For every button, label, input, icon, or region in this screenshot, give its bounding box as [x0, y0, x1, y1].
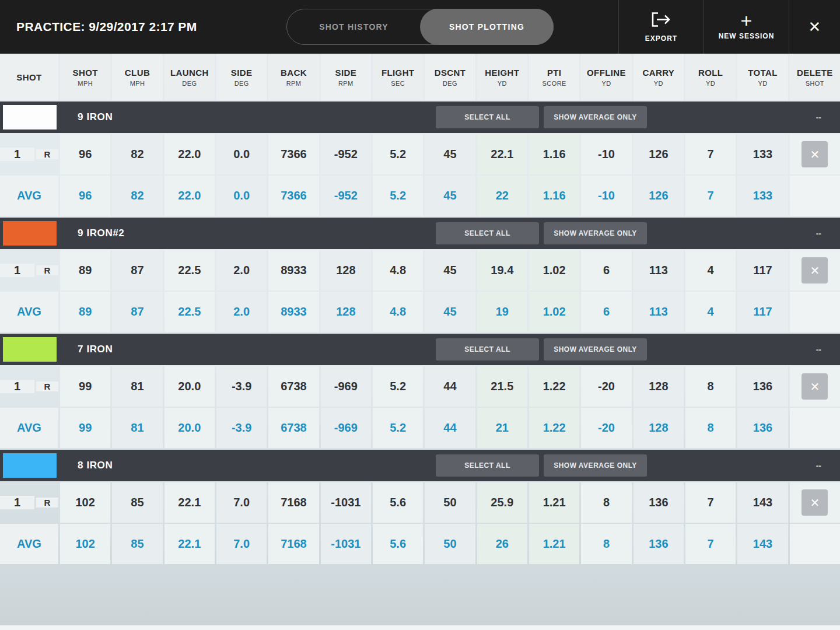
average-value-cell: 8 — [685, 408, 736, 448]
column-header-height-yd: HEIGHTYD — [477, 54, 527, 100]
average-value-cell: 20.0 — [164, 408, 215, 448]
select-all-button[interactable]: SELECT ALL — [436, 106, 539, 128]
shot-value-cell: 1.02 — [529, 250, 579, 290]
average-value-cell: -3.9 — [216, 408, 267, 448]
column-unit: SHOT — [806, 80, 824, 87]
section-collapse-control[interactable]: -- — [816, 461, 821, 470]
average-value-cell: 133 — [737, 176, 788, 216]
shot-value-cell: 0.0 — [216, 134, 267, 174]
new-session-button[interactable]: + NEW SESSION — [704, 0, 789, 54]
average-value-cell: 89 — [60, 292, 110, 332]
shot-hand: R — [44, 265, 51, 275]
delete-shot-button[interactable]: ✕ — [802, 141, 828, 167]
close-button[interactable]: ✕ — [789, 0, 840, 54]
average-value-cell: 7366 — [268, 176, 318, 216]
average-value-cell: 5.6 — [373, 524, 423, 564]
average-row: AVG968222.00.07366-9525.245221.16-101267… — [0, 176, 840, 216]
tab-shot-history[interactable]: SHOT HISTORY — [287, 9, 421, 44]
average-value-cell: 22 — [477, 176, 527, 216]
section-header-8-iron: 8 IRONSELECT ALLSHOW AVERAGE ONLY-- — [0, 450, 840, 481]
average-value-cell: 143 — [737, 524, 788, 564]
column-unit: SEC — [391, 80, 405, 87]
select-all-button[interactable]: SELECT ALL — [436, 222, 539, 244]
average-value-cell: 22.5 — [164, 292, 215, 332]
club-color-swatch — [3, 337, 57, 362]
select-all-button[interactable]: SELECT ALL — [436, 338, 539, 360]
column-label: TOTAL — [748, 68, 778, 78]
shot-hand-cell: R — [36, 265, 58, 275]
average-delete-placeholder — [790, 408, 840, 448]
club-name: 8 IRON — [78, 460, 113, 471]
shot-id-cell: 1R — [0, 250, 58, 290]
average-label: AVG — [0, 408, 58, 448]
delete-shot-button[interactable]: ✕ — [802, 373, 828, 400]
table-header-row: SHOTSHOTMPHCLUBMPHLAUNCHDEGSIDEDEGBACKRP… — [0, 54, 840, 100]
shot-id-cell: 1R — [0, 134, 58, 174]
shot-data-table: SHOTSHOTMPHCLUBMPHLAUNCHDEGSIDEDEGBACKRP… — [0, 54, 840, 564]
average-value-cell: 136 — [737, 408, 788, 448]
shot-value-cell: 85 — [112, 482, 162, 523]
shot-row: 1R998120.0-3.96738-9695.24421.51.22-2012… — [0, 366, 840, 407]
delete-shot-button[interactable]: ✕ — [802, 257, 828, 284]
shot-value-cell: 99 — [60, 366, 110, 407]
section-collapse-control[interactable]: -- — [816, 113, 821, 122]
shot-number: 1 — [14, 496, 20, 509]
average-delete-placeholder — [790, 292, 840, 332]
shot-value-cell: 4 — [685, 250, 736, 290]
show-average-only-button[interactable]: SHOW AVERAGE ONLY — [544, 338, 647, 360]
shot-value-cell: 4.8 — [373, 250, 423, 290]
section-collapse-control[interactable]: -- — [816, 345, 821, 354]
column-label: SIDE — [231, 68, 253, 78]
club-name: 7 IRON — [78, 344, 113, 355]
club-name: 9 IRON#2 — [78, 228, 124, 239]
average-value-cell: 22.0 — [164, 176, 215, 216]
shot-value-cell: 8 — [581, 482, 631, 523]
shot-number-cell: 1 — [0, 264, 34, 277]
show-average-only-button[interactable]: SHOW AVERAGE ONLY — [544, 454, 647, 477]
section-collapse-control[interactable]: -- — [816, 229, 821, 238]
shot-value-cell: -10 — [581, 134, 631, 174]
shot-number: 1 — [14, 380, 20, 393]
export-button[interactable]: EXPORT — [618, 0, 704, 54]
select-all-button[interactable]: SELECT ALL — [436, 454, 539, 477]
average-value-cell: 7.0 — [216, 524, 267, 564]
shot-value-cell: 45 — [425, 250, 475, 290]
show-average-only-button[interactable]: SHOW AVERAGE ONLY — [544, 222, 647, 244]
delete-shot-cell: ✕ — [790, 250, 840, 290]
delete-shot-button[interactable]: ✕ — [802, 489, 828, 516]
shot-value-cell: -952 — [321, 134, 371, 174]
average-label: AVG — [0, 524, 58, 564]
shot-value-cell: 25.9 — [477, 482, 527, 523]
average-value-cell: 45 — [425, 292, 475, 332]
shot-number: 1 — [14, 148, 20, 161]
average-value-cell: -1031 — [321, 524, 371, 564]
average-value-cell: 1.16 — [529, 176, 579, 216]
export-label: EXPORT — [645, 34, 677, 43]
shot-value-cell: 7 — [685, 482, 736, 523]
shot-row: 1R1028522.17.07168-10315.65025.91.218136… — [0, 482, 840, 523]
show-average-only-button[interactable]: SHOW AVERAGE ONLY — [544, 106, 647, 128]
export-icon — [651, 12, 672, 30]
shot-value-cell: 89 — [60, 250, 110, 290]
column-header-side-deg: SIDEDEG — [216, 54, 267, 100]
shot-id-cell: 1R — [0, 366, 58, 407]
average-value-cell: 81 — [112, 408, 162, 448]
shot-value-cell: 8933 — [268, 250, 318, 290]
column-header-shot-mph: SHOTMPH — [60, 54, 110, 100]
shot-value-cell: 6738 — [268, 366, 318, 407]
average-value-cell: -10 — [581, 176, 631, 216]
shot-value-cell: 128 — [634, 366, 684, 407]
shot-number-cell: 1 — [0, 496, 34, 509]
shot-value-cell: 5.6 — [373, 482, 423, 523]
tab-shot-plotting[interactable]: SHOT PLOTTING — [420, 9, 554, 45]
shot-value-cell: -20 — [581, 366, 631, 407]
topbar-actions: EXPORT + NEW SESSION ✕ — [618, 0, 840, 54]
column-unit: RPM — [286, 80, 302, 87]
average-row: AVG898722.52.089331284.845191.0261134117 — [0, 292, 840, 332]
column-header-carry-yd: CARRYYD — [634, 54, 684, 100]
average-value-cell: 6738 — [268, 408, 318, 448]
average-value-cell: -969 — [321, 408, 371, 448]
average-row: AVG1028522.17.07168-10315.650261.2181367… — [0, 524, 840, 564]
column-unit: MPH — [130, 80, 145, 87]
shot-value-cell: 81 — [112, 366, 162, 407]
